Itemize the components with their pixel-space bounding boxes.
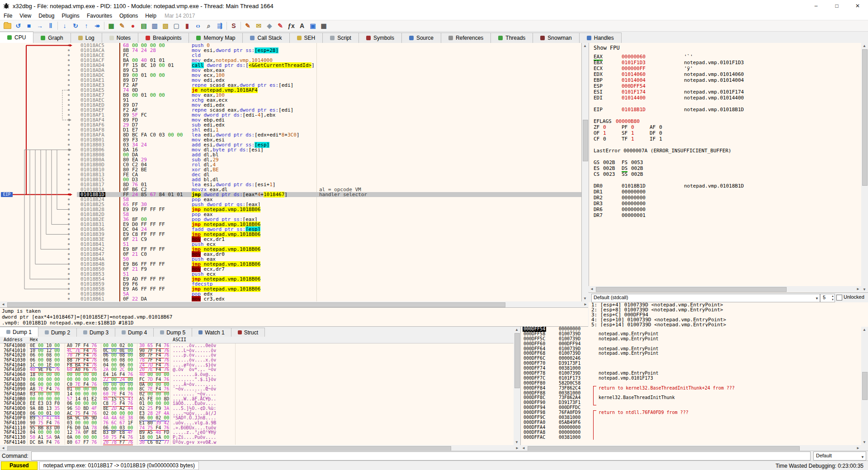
menu-view[interactable]: View [16,12,35,20]
seh-icon[interactable]: ▧ [160,21,171,31]
attach-icon[interactable]: ◈ [264,21,275,31]
open-file-icon[interactable] [2,21,13,31]
threads-icon[interactable]: ⇶ [214,21,225,31]
tab-cpu[interactable]: CPU [0,32,33,43]
assembler-icon[interactable]: A [297,21,307,31]
registers-pane[interactable]: Show FPU EAX00000060'`'EBX0101F1D3notepa… [589,43,862,292]
disasm-row[interactable]: ●01018B610F 22 DAmov cr3,edx [0,296,581,301]
menu-plugins[interactable]: Plugins [58,12,83,20]
step-into-icon[interactable]: ↓ [59,21,70,31]
tab-graph[interactable]: Graph [33,33,71,43]
disassembly-pane[interactable]: ●01018AC568 00 00 00 00push 0●01018ACA8B… [0,43,582,301]
register-row[interactable]: CF0TF1IF1 [589,136,862,142]
tab-dump-3[interactable]: Dump 3 [76,328,115,337]
restart-icon[interactable]: ↺ [13,21,24,31]
unlocked-checkbox[interactable] [836,295,842,301]
register-row[interactable]: DR001018B1Dnotepad.vmp.01018B1D [589,183,862,189]
close-button[interactable]: ✕ [847,0,868,12]
calculator-icon[interactable]: ▦ [318,21,329,31]
argument-depth-spinner[interactable]: 5 ▲▼ [820,294,835,302]
stack-row[interactable]: 000DFF8473F862C4return to kernel32.BaseT… [521,386,862,391]
register-row[interactable]: ECX000000FF'ÿ' [589,66,862,71]
minimize-button[interactable]: – [806,0,826,12]
hex-dump-pane[interactable]: Address Hex ASCII 76F410000E 00 10 00A0 … [0,337,515,445]
register-row[interactable]: LastError 0000007A (ERROR_INSUFFICIENT_B… [589,148,862,154]
patch-icon[interactable]: ✎ [242,21,253,31]
register-row[interactable]: ES002BDS002B [589,165,862,171]
stack-row[interactable]: 000DFFA800000000 [521,430,862,435]
disasm-vscrollbar[interactable]: ▲ ▼ [582,43,589,301]
tab-call-stack[interactable]: Call Stack [242,33,289,43]
command-profile-select[interactable]: Default▼ [813,451,866,461]
register-row[interactable]: EIP01018B1Dnotepad.vmp.01018B1D [589,107,862,113]
tab-references[interactable]: References [441,33,491,43]
register-row[interactable]: GS002BFS0053 [589,160,862,165]
stack-row[interactable]: 000DFFAC00381000 [521,435,862,440]
tab-script[interactable]: Script [322,33,359,43]
register-row[interactable]: EDI01014400notepad.vmp.01014400 [589,95,862,101]
tab-threads[interactable]: Threads [491,33,533,43]
menu-help[interactable]: Help [142,12,160,20]
cpu-icon[interactable]: ▦ [106,21,117,31]
memory-map-icon[interactable]: ▤ [138,21,149,31]
tab-seh[interactable]: SEH [289,33,323,43]
register-row[interactable]: EBX0101F1D3notepad.vmp.0101F1D3 [589,60,862,66]
log-icon[interactable]: ✎ [117,21,127,31]
registers-vscrollbar[interactable]: ▲ ▼ [861,43,868,292]
register-row[interactable]: DR200000000 [589,195,862,201]
tab-dump-1[interactable]: Dump 1 [0,327,38,337]
register-row[interactable]: EFLAGS00000B80 [589,118,862,124]
menu-favourites[interactable]: Favourites [83,12,116,20]
tab-snowman[interactable]: Snowman [533,33,579,43]
register-row[interactable]: DR600000000 [589,207,862,212]
step-out-icon[interactable]: ↑ [81,21,92,31]
pause-icon[interactable]: ‖ [45,21,56,31]
snowman-icon[interactable]: S [228,21,239,31]
tab-notes[interactable]: Notes [102,33,138,43]
maximize-button[interactable]: □ [826,0,847,12]
tab-source[interactable]: Source [401,33,441,43]
menu-options[interactable]: Options [116,12,142,20]
tab-dump-2[interactable]: Dump 2 [38,328,77,337]
register-row[interactable]: DR100000000 [589,189,862,195]
tab-dump-5[interactable]: Dump 5 [153,328,192,337]
tab-handles[interactable]: Handles [579,33,622,43]
fx-icon[interactable]: ƒx [286,21,297,31]
register-row[interactable]: DR300000000 [589,201,862,207]
register-row[interactable]: ESI0101F174notepad.vmp.0101F174 [589,89,862,95]
menu-debug[interactable]: Debug [35,12,58,20]
comment-icon[interactable]: ✉ [253,21,264,31]
stack-pane[interactable]: 000DFF5400000000000DFF580100739Dnotepad.… [520,327,862,445]
tab-dump-4[interactable]: Dump 4 [115,328,154,337]
stack-vscrollbar[interactable]: ▲ ▼ [861,327,868,445]
calling-convention-select[interactable]: Default (stdcall)▼ [591,294,820,302]
call-stack-icon[interactable]: ▥ [149,21,160,31]
register-row[interactable]: EAX00000060'`' [589,54,862,60]
tab-breakpoints[interactable]: Breakpoints [138,33,189,43]
dump-vscrollbar[interactable]: ▲ ▼ [514,327,520,445]
command-input[interactable] [31,451,811,461]
register-row[interactable]: CS0023SS002B [589,171,862,177]
tab-watch-1[interactable]: Watch 1 [192,328,231,337]
register-row[interactable]: ESP000DFF54 [589,83,862,89]
register-row[interactable]: OF1SF1DF0 [589,130,862,136]
registers-hscrollbar[interactable]: ◄ ► [589,286,861,292]
breakpoints-icon[interactable]: ● [127,21,138,31]
tab-log[interactable]: Log [71,33,102,43]
dump-row[interactable]: 76F41140DC BA F4 7680 67 F7 7620 78 F7 7… [0,440,515,445]
tab-symbols[interactable]: Symbols [359,33,402,43]
disasm-hscrollbar[interactable]: ◄ ► [0,301,589,307]
favourites-icon[interactable]: ✎ [275,21,286,31]
tab-struct[interactable]: Struct [231,328,265,337]
menu-file[interactable]: File [0,12,16,20]
step-over-icon[interactable]: ↻ [70,21,81,31]
run-to-user-code-icon[interactable]: ↠ [92,21,103,31]
references-icon[interactable]: ⌕ [203,21,214,31]
register-row[interactable]: EBP01014004notepad.vmp.01014004 [589,77,862,83]
stack-row[interactable]: 000DFF60000DFF94 [521,342,862,347]
symbols-icon[interactable]: ▮ [182,21,193,31]
script-icon[interactable]: ▢ [171,21,182,31]
register-row[interactable]: ZF0PF0AF0 [589,124,862,130]
source-icon[interactable]: ‹› [193,21,203,31]
register-row[interactable]: DR700000001 [589,212,862,218]
